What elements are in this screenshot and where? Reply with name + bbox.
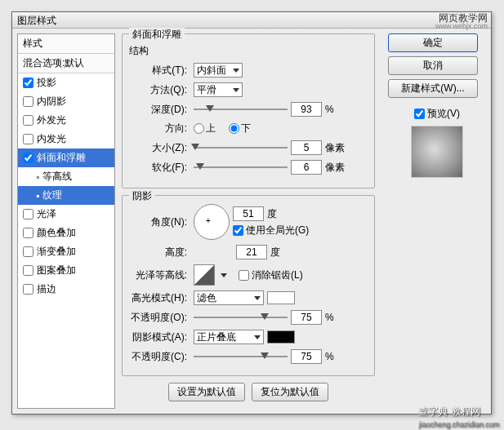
shadow-color-swatch[interactable] — [267, 330, 295, 344]
highlight-opacity-slider[interactable] — [194, 312, 288, 323]
angle-label: 角度(N): — [129, 215, 190, 229]
preview-thumbnail — [411, 126, 463, 178]
direction-label: 方向: — [129, 122, 190, 135]
style-item[interactable]: ▪等高线 — [18, 167, 114, 186]
shadow-opacity-slider[interactable] — [194, 351, 288, 362]
depth-slider[interactable] — [194, 104, 288, 115]
size-label: 大小(Z): — [129, 141, 190, 155]
highlight-opacity-input[interactable]: 75 — [291, 310, 322, 325]
gloss-contour-picker[interactable] — [194, 264, 215, 286]
soften-label: 软化(F): — [129, 161, 190, 175]
angle-input[interactable]: 51 — [233, 206, 264, 221]
angle-indicator-icon: + — [206, 216, 211, 225]
depth-label: 深度(D): — [129, 103, 190, 117]
style-item[interactable]: 外发光 — [18, 111, 114, 130]
altitude-label: 高度: — [129, 246, 190, 259]
window-title: 图层样式 — [17, 15, 56, 26]
shading-group: 阴影 角度(N): + 51 度 使用全局光(G) 高度: 21 — [122, 195, 375, 376]
settings-area: 斜面和浮雕 结构 样式(T): 内斜面 方法(Q): 平滑 深度(D): 93 — [122, 33, 375, 409]
shadow-opacity-input[interactable]: 75 — [291, 349, 322, 364]
style-item[interactable]: 投影 — [18, 73, 114, 92]
soften-slider[interactable] — [194, 162, 288, 173]
new-style-button[interactable]: 新建样式(W)... — [388, 79, 478, 98]
styles-list: 样式 混合选项:默认 投影内阴影外发光内发光斜面和浮雕▪等高线▪纹理光泽颜色叠加… — [17, 33, 115, 409]
antialias-checkbox[interactable]: 消除锯齿(L) — [239, 268, 303, 282]
angle-control[interactable]: + — [194, 204, 230, 240]
style-item[interactable]: 内发光 — [18, 130, 114, 149]
shading-legend: 阴影 — [129, 189, 155, 203]
chevron-down-icon — [233, 88, 239, 92]
size-slider[interactable] — [194, 142, 288, 153]
style-item[interactable]: 图案叠加 — [18, 261, 114, 280]
highlight-mode-label: 高光模式(H): — [129, 291, 190, 305]
technique-label: 方法(Q): — [129, 83, 190, 97]
chevron-down-icon — [221, 273, 227, 277]
technique-select[interactable]: 平滑 — [194, 82, 243, 97]
structure-label: 结构 — [129, 44, 368, 58]
watermark-bottom: 查字典 教程网 jiaocheng.chazidian.com — [418, 405, 499, 428]
reset-default-button[interactable]: 复位为默认值 — [252, 383, 328, 401]
shadow-opacity-label: 不透明度(C): — [129, 350, 190, 364]
ok-button[interactable]: 确定 — [388, 33, 478, 52]
shadow-mode-select[interactable]: 正片叠底 — [194, 330, 264, 344]
chevron-down-icon — [233, 69, 239, 73]
style-item[interactable]: 光泽 — [18, 205, 114, 224]
style-label: 样式(T): — [129, 64, 190, 78]
styles-header: 样式 — [18, 34, 114, 54]
side-panel: 确定 取消 新建样式(W)... 预览(V) — [388, 33, 486, 183]
direction-down-radio[interactable]: 下 — [229, 122, 251, 135]
style-item[interactable]: 描边 — [18, 280, 114, 299]
highlight-mode-select[interactable]: 滤色 — [194, 290, 264, 305]
altitude-input[interactable]: 21 — [236, 245, 267, 259]
style-item[interactable]: 斜面和浮雕 — [18, 149, 114, 167]
bevel-group: 斜面和浮雕 结构 样式(T): 内斜面 方法(Q): 平滑 深度(D): 93 — [122, 33, 375, 188]
make-default-button[interactable]: 设置为默认值 — [168, 383, 245, 401]
chevron-down-icon — [254, 335, 261, 339]
soften-input[interactable]: 6 — [291, 160, 322, 175]
depth-input[interactable]: 93 — [291, 102, 322, 117]
style-item[interactable]: ▪纹理 — [18, 186, 114, 205]
style-item[interactable]: 内阴影 — [18, 92, 114, 111]
highlight-color-swatch[interactable] — [267, 291, 295, 304]
watermark-top: 网页教学网 www.webjx.com — [435, 14, 488, 30]
preview-checkbox[interactable]: 预览(V) — [388, 107, 486, 121]
global-light-checkbox[interactable]: 使用全局光(G) — [233, 224, 309, 237]
direction-up-radio[interactable]: 上 — [194, 122, 216, 135]
titlebar[interactable]: 图层样式 网页教学网 www.webjx.com — [12, 12, 491, 29]
style-item[interactable]: 渐变叠加 — [18, 242, 114, 261]
chevron-down-icon — [254, 296, 261, 300]
style-select[interactable]: 内斜面 — [194, 63, 243, 78]
bevel-legend: 斜面和浮雕 — [129, 28, 185, 42]
style-item[interactable]: 颜色叠加 — [18, 224, 114, 242]
highlight-opacity-label: 不透明度(O): — [129, 311, 190, 325]
blend-options[interactable]: 混合选项:默认 — [18, 54, 114, 73]
shadow-mode-label: 阴影模式(A): — [129, 330, 190, 344]
layer-style-dialog: 图层样式 网页教学网 www.webjx.com 样式 混合选项:默认 投影内阴… — [11, 11, 492, 414]
gloss-label: 光泽等高线: — [129, 268, 190, 282]
cancel-button[interactable]: 取消 — [388, 56, 478, 75]
size-input[interactable]: 5 — [291, 140, 322, 155]
